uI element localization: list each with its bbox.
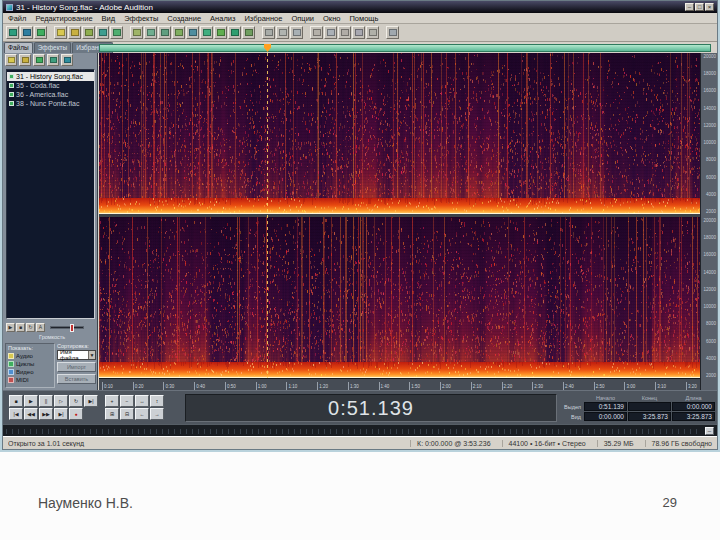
horizontal-scroll-bar[interactable] [99,44,711,52]
skip-button[interactable]: ▶| [84,395,98,407]
waveform-view-icon[interactable] [6,26,19,39]
preview-volume-slider[interactable] [50,326,84,329]
menu-item[interactable]: Файл [8,14,26,23]
panel-action-button[interactable]: Импорт [57,362,96,372]
file-list-item[interactable]: 36 - America.flac [7,90,94,99]
selection-value[interactable]: 0:51.139 [584,402,627,411]
timeline-ruler[interactable]: 0:100:200:300:400:501:001:101:201:301:40… [99,378,700,390]
volume-slider-handle[interactable] [70,324,74,332]
panel-tab[interactable]: Эффекты [34,42,72,53]
spectrogram-right-channel[interactable] [99,217,700,378]
file-type-filter[interactable]: MIDI [8,376,52,384]
import-file-icon[interactable] [5,54,17,66]
play-from-cursor-button[interactable]: ▷ [54,395,68,407]
lasso-selection-icon[interactable] [352,26,365,39]
crop-icon[interactable] [172,26,185,39]
menu-item[interactable]: Редактирование [35,14,92,23]
copy-icon[interactable] [110,26,123,39]
lock-icon[interactable] [290,26,303,39]
window-button[interactable]: □ [695,3,704,11]
overview-zoom-handle[interactable]: – [705,427,714,435]
snap-icon[interactable] [262,26,275,39]
rewind-button[interactable]: ◀◀ [24,408,38,420]
pause-button[interactable]: || [39,395,53,407]
file-list-item[interactable]: 35 - Coda.flac [7,81,94,90]
frequency-ruler[interactable]: 2000018000160001400012000100008000600040… [700,53,717,390]
selection-value[interactable] [628,402,671,411]
options-toggle-icon[interactable] [61,54,73,66]
selection-value[interactable]: 3:25.873 [672,412,715,421]
panel-action-button[interactable]: Вставить [57,374,96,384]
chevron-down-icon[interactable]: ▼ [88,351,95,359]
save-file-icon[interactable] [68,26,81,39]
menu-item[interactable]: Опции [291,14,314,23]
zoom-out-button[interactable]: − [120,395,134,407]
go-to-end-button[interactable]: ▶| [54,408,68,420]
menu-item[interactable]: Вид [102,14,116,23]
insert-cd-icon[interactable] [47,54,59,66]
go-to-beginning-button[interactable]: |◀ [9,408,23,420]
panel-tab[interactable]: Файлы [4,42,33,53]
menu-item[interactable]: Окно [323,14,340,23]
file-type-filter[interactable]: Видео [8,368,52,376]
group-icon[interactable] [276,26,289,39]
mix-paste-icon[interactable] [158,26,171,39]
file-list-item[interactable]: 38 - Nunc Ponte.flac [7,99,94,108]
selection-value[interactable]: 0:00.000 [584,412,627,421]
window-button[interactable]: × [705,3,714,11]
marquee-selection-icon[interactable] [338,26,351,39]
effects-rack-icon[interactable] [214,26,227,39]
menu-item[interactable]: Создание [167,14,201,23]
selection-value[interactable]: 3:25.873 [628,412,671,421]
delete-icon[interactable] [186,26,199,39]
preview-stop-button[interactable]: ■ [16,323,25,332]
preview-auto-button[interactable]: A [36,323,45,332]
fast-forward-button[interactable]: ▶▶ [39,408,53,420]
redo-icon[interactable] [96,26,109,39]
zoom-horizontal-button[interactable]: ↔ [135,395,149,407]
cd-project-view-icon[interactable] [34,26,47,39]
menu-item[interactable]: Помощь [349,14,378,23]
menu-item[interactable]: Избранное [244,14,282,23]
multitrack-view-icon[interactable] [20,26,33,39]
overview-scroll-bar[interactable]: – [3,424,717,436]
undo-icon[interactable] [82,26,95,39]
sort-select[interactable]: Имя файла ▼ [57,350,96,360]
mixer-icon[interactable] [228,26,241,39]
play-button[interactable]: ▶ [24,395,38,407]
cut-icon[interactable] [130,26,143,39]
spectrogram-left-channel[interactable] [99,53,700,214]
zoom-right-button[interactable]: → [150,408,164,420]
file-type-filter[interactable]: Циклы [8,360,52,368]
paste-icon[interactable] [144,26,157,39]
menu-item[interactable]: Анализ [210,14,235,23]
title-bar[interactable]: 31 - History Song.flac - Adobe Audition … [3,1,717,13]
selection-value[interactable]: 0:00.000 [672,402,715,411]
menu-item[interactable]: Эффекты [124,14,158,23]
preview-play-button[interactable]: ▶ [6,323,15,332]
stop-button[interactable]: ■ [9,395,23,407]
options-icon[interactable] [386,26,399,39]
zoom-out-full-button[interactable]: ⊟ [120,408,134,420]
time-display[interactable]: 0:51.139 [185,394,557,422]
preview-loop-button[interactable]: ↻ [26,323,35,332]
zoom-vertical-button[interactable]: ↕ [150,395,164,407]
insert-multitrack-icon[interactable] [33,54,45,66]
open-file-icon[interactable] [54,26,67,39]
loop-icon[interactable] [242,26,255,39]
record-button[interactable]: ● [69,408,83,420]
file-list-item[interactable]: 31 - History Song.flac [7,72,94,81]
close-file-icon[interactable] [19,54,31,66]
scrub-tool-icon[interactable] [366,26,379,39]
play-looped-button[interactable]: ↻ [69,395,83,407]
zoom-in-full-button[interactable]: ⊞ [105,408,119,420]
zoom-left-button[interactable]: ← [135,408,149,420]
window-button[interactable]: – [685,3,694,11]
convert-type-icon[interactable] [200,26,213,39]
time-selection-icon[interactable] [324,26,337,39]
zoom-in-button[interactable]: + [105,395,119,407]
file-type-filter[interactable]: Аудио [8,352,52,360]
file-list[interactable]: 31 - History Song.flac 35 - Coda.flac 36… [6,69,95,319]
zoom-tool-icon[interactable] [310,26,323,39]
status-segment: 78.96 ГБ свободно [645,440,712,447]
